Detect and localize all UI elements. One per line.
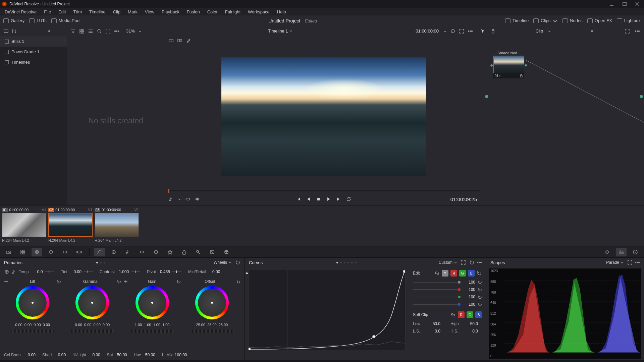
hdr-palette[interactable] xyxy=(46,248,56,256)
clip-card[interactable]: 0201:00:00:00V1 H.264 Main L4.2 xyxy=(48,207,93,245)
auto-balance-icon[interactable] xyxy=(4,269,9,275)
openfx-toggle[interactable]: Open FX xyxy=(587,18,612,23)
clip-thumbnail[interactable] xyxy=(95,213,139,237)
tracker-palette[interactable] xyxy=(151,248,161,256)
chevron-down-icon[interactable] xyxy=(178,196,181,202)
expand-icon[interactable] xyxy=(627,260,633,265)
render-cache-icon[interactable] xyxy=(450,28,455,34)
prev-clip-button[interactable] xyxy=(296,196,301,202)
stop-button[interactable] xyxy=(316,196,321,202)
gamma-wheel[interactable] xyxy=(75,286,109,319)
picker-icon[interactable] xyxy=(4,280,8,284)
pick-white-icon[interactable] xyxy=(11,269,17,275)
scope-mode-select[interactable]: Parade xyxy=(606,260,624,265)
node-mode[interactable]: Clip xyxy=(536,28,543,34)
node-editor[interactable]: Shared Nod... 01 xyxy=(483,36,644,205)
gallery-tab-timelines[interactable]: Timelines xyxy=(0,57,67,67)
softclip-green-button[interactable]: G xyxy=(467,311,473,318)
camera-raw-palette[interactable] xyxy=(3,248,14,256)
reset-icon[interactable] xyxy=(478,302,482,306)
color-warper-palette[interactable] xyxy=(108,248,119,256)
nodes-toggle[interactable]: Nodes xyxy=(562,18,583,23)
picker-icon[interactable] xyxy=(124,280,128,284)
offset-master-slider[interactable] xyxy=(190,329,234,333)
hand-icon[interactable] xyxy=(490,28,496,34)
menu-trim[interactable]: Trim xyxy=(70,9,86,15)
motion-effects-palette[interactable] xyxy=(74,248,85,256)
sat-value[interactable]: 50.00 xyxy=(115,353,127,357)
viewer-options-icon[interactable] xyxy=(468,28,473,34)
menu-edit[interactable]: Edit xyxy=(55,9,69,15)
menu-view[interactable]: View xyxy=(142,9,158,15)
clips-toggle[interactable]: Clips xyxy=(533,18,558,23)
grid-view-icon[interactable] xyxy=(79,28,85,34)
menu-help[interactable]: Help xyxy=(274,9,289,15)
colboost-value[interactable]: 0.00 xyxy=(23,353,36,357)
menu-playback[interactable]: Playback xyxy=(158,9,183,15)
hs-value[interactable]: 0.0 xyxy=(465,329,478,334)
gamma-r[interactable]: 0.00 xyxy=(84,323,91,327)
gamma-y[interactable]: 0.00 xyxy=(75,323,82,327)
menu-mark[interactable]: Mark xyxy=(124,9,141,15)
gain-y[interactable]: 1.00 xyxy=(135,323,142,327)
low-value[interactable]: 50.0 xyxy=(427,321,440,326)
reset-icon[interactable] xyxy=(478,288,482,292)
viewer-timecode-start[interactable]: 01:00:00:00 xyxy=(416,28,439,34)
reset-icon[interactable] xyxy=(478,280,482,284)
viewer-canvas[interactable] xyxy=(164,45,483,188)
play-button[interactable] xyxy=(326,196,331,202)
reverse-button[interactable] xyxy=(306,196,311,202)
menu-workspace[interactable]: Workspace xyxy=(245,9,273,15)
split-screen-icon[interactable] xyxy=(177,38,182,43)
hilight-value[interactable]: 0.00 xyxy=(88,353,100,357)
stills-view-icon[interactable] xyxy=(3,28,9,34)
mediapool-toggle[interactable]: Media Pool xyxy=(51,18,80,23)
channel-luma-button[interactable]: Y xyxy=(442,270,448,277)
lmix-value[interactable]: 100.00 xyxy=(175,353,187,357)
offset-g[interactable]: 25.00 xyxy=(207,323,217,327)
chevron-down-icon[interactable] xyxy=(548,29,551,33)
3d-palette[interactable] xyxy=(221,248,232,256)
menu-timeline[interactable]: Timeline xyxy=(86,9,109,15)
node-source-anchor[interactable] xyxy=(485,95,488,98)
curves-mode-select[interactable]: Custom xyxy=(439,260,457,265)
reset-icon[interactable] xyxy=(236,280,240,284)
gain-g[interactable]: 1.00 xyxy=(153,323,160,327)
shad-value[interactable]: 0.00 xyxy=(54,353,66,357)
scopes-palette[interactable] xyxy=(616,248,627,256)
gallery-toggle[interactable]: Gallery xyxy=(3,18,24,23)
mute-icon[interactable] xyxy=(195,196,200,202)
maximize-button[interactable] xyxy=(620,1,629,7)
pointer-icon[interactable] xyxy=(480,28,486,34)
gain-b[interactable]: 1.00 xyxy=(162,323,169,327)
lift-wheel[interactable] xyxy=(16,286,49,319)
clip-card[interactable]: 0101:00:00:00V1 H.264 Main L4.2 xyxy=(2,207,46,245)
channel-blue-button[interactable]: B xyxy=(468,270,475,277)
options-icon[interactable] xyxy=(635,260,640,265)
spline-red-val[interactable]: 100 xyxy=(463,287,475,292)
viewer-expand-icon[interactable] xyxy=(459,28,464,34)
clip-thumbnail[interactable] xyxy=(48,213,93,237)
key-palette[interactable] xyxy=(193,248,204,256)
timeline-toggle[interactable]: Timeline xyxy=(505,18,529,23)
spline-green-val[interactable]: 100 xyxy=(463,295,475,299)
reset-icon[interactable] xyxy=(478,295,482,299)
gallery-tab-powergrade[interactable]: PowerGrade 1 xyxy=(0,47,67,57)
softclip-blue-button[interactable]: B xyxy=(475,311,482,318)
options-icon[interactable] xyxy=(477,260,482,265)
magic-mask-palette[interactable] xyxy=(165,248,175,256)
menu-app[interactable]: DaVinci Resolve xyxy=(1,9,40,15)
reset-icon[interactable] xyxy=(177,280,181,284)
spline-blue-val[interactable]: 100 xyxy=(463,302,475,307)
softclip-red-button[interactable]: R xyxy=(458,311,465,318)
spline-luma-val[interactable]: 100 xyxy=(463,280,475,285)
color-match-palette[interactable] xyxy=(17,248,28,256)
reset-icon[interactable] xyxy=(469,260,475,265)
qualifier-icon[interactable] xyxy=(168,196,174,202)
clip-thumbnail[interactable] xyxy=(2,213,46,237)
pivot-value[interactable]: 0.435 xyxy=(158,269,170,274)
expand-icon[interactable] xyxy=(461,260,466,265)
lift-g[interactable]: 0.00 xyxy=(34,323,41,327)
menu-fusion[interactable]: Fusion xyxy=(183,9,203,15)
highlight-icon[interactable] xyxy=(186,38,191,43)
